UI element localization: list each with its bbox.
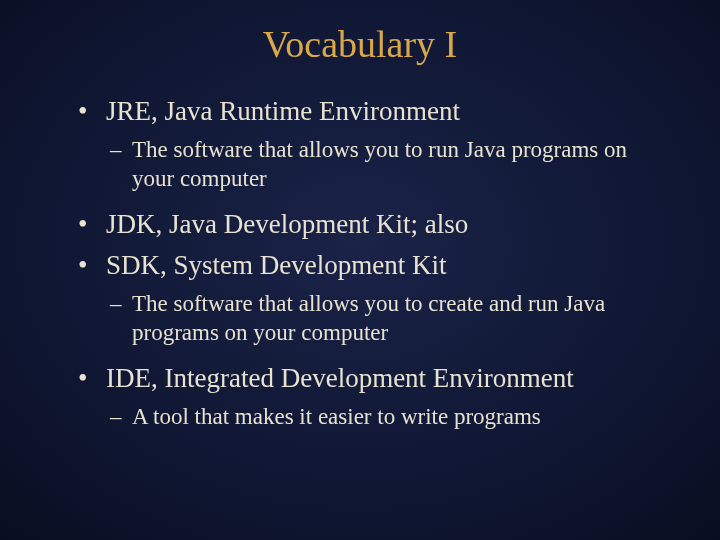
- sub-list: The software that allows you to create a…: [50, 289, 670, 348]
- bullet-item: JDK, Java Development Kit; also: [78, 207, 670, 242]
- bullet-item: IDE, Integrated Development Environment: [78, 361, 670, 396]
- bullet-item: JRE, Java Runtime Environment: [78, 94, 670, 129]
- sub-list: The software that allows you to run Java…: [50, 135, 670, 194]
- bullet-list: JDK, Java Development Kit; also SDK, Sys…: [50, 207, 670, 282]
- sub-item: A tool that makes it easier to write pro…: [110, 402, 670, 431]
- bullet-item: SDK, System Development Kit: [78, 248, 670, 283]
- sub-item: The software that allows you to run Java…: [110, 135, 670, 194]
- slide: Vocabulary I JRE, Java Runtime Environme…: [0, 0, 720, 540]
- sub-item: The software that allows you to create a…: [110, 289, 670, 348]
- slide-title: Vocabulary I: [50, 22, 670, 66]
- bullet-list: JRE, Java Runtime Environment: [50, 94, 670, 129]
- sub-list: A tool that makes it easier to write pro…: [50, 402, 670, 431]
- bullet-list: IDE, Integrated Development Environment: [50, 361, 670, 396]
